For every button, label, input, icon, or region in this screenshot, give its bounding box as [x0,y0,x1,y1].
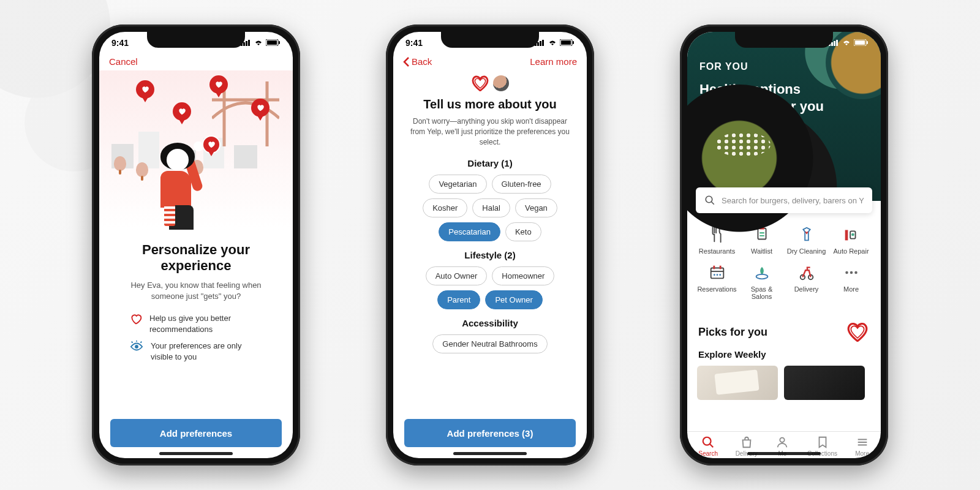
preference-chip[interactable]: Halal [472,198,510,217]
home-indicator[interactable] [159,452,233,455]
notch [441,32,539,48]
tab-label: Search [698,450,718,457]
chevron-left-icon [403,57,409,67]
screen-home: FOR YOU Healthy options handpicked for y… [687,32,881,458]
svg-point-27 [851,233,854,236]
wifi-icon [842,38,851,48]
preference-chip[interactable]: Parent [437,290,480,309]
category-item[interactable]: More [830,262,872,300]
explore-heading: Explore Weekly [687,344,881,363]
svg-rect-10 [540,41,541,46]
collection-card[interactable] [784,366,865,400]
map-pin-heart-icon [173,102,191,121]
svg-rect-30 [719,266,721,270]
learn-more-button[interactable]: Learn more [530,56,577,67]
screen-personalize: 9:41 Cancel [99,32,293,458]
tab-more[interactable]: More [855,435,870,457]
wifi-icon [548,38,557,48]
picks-header: Picks for you [687,307,881,344]
preference-section-label: Dietary (1) [407,158,573,168]
category-item[interactable]: Spas & Salons [741,262,783,300]
hero-banner: FOR YOU Healthy options handpicked for y… [687,32,881,201]
svg-point-7 [135,345,138,349]
category-label: Waitlist [741,247,783,255]
more-icon [841,262,862,283]
notch [735,32,833,48]
svg-rect-6 [279,41,280,44]
home-indicator[interactable] [747,452,821,455]
svg-point-37 [845,271,848,274]
heart-logo-icon [471,75,489,91]
search-bar[interactable] [696,187,872,213]
nav-bar: Back Learn more [393,54,587,70]
page-subtitle: Hey Eva, you know that feeling when some… [116,280,276,302]
preference-chip[interactable]: Keto [505,222,541,241]
nav-bar: Cancel [99,54,293,70]
heart-outline-icon [130,313,142,325]
svg-point-32 [716,274,718,276]
delivery-icon [796,262,817,283]
preference-chip[interactable]: Pet Owner [485,290,542,309]
svg-rect-18 [836,40,838,46]
status-icons [241,38,281,48]
svg-point-31 [713,274,715,276]
map-pin-heart-icon [251,99,270,117]
phone-mockup-1: 9:41 Cancel [92,24,300,466]
back-button[interactable]: Back [403,56,432,67]
preference-chip[interactable]: Gender Neutral Bathrooms [432,334,547,353]
svg-rect-28 [710,268,723,279]
svg-rect-11 [542,40,544,46]
svg-point-34 [756,274,767,279]
category-item[interactable]: Delivery [785,262,827,300]
page-title: Personalize your experience [116,242,276,274]
preference-chip[interactable]: Pescatarian [439,222,500,241]
svg-rect-9 [537,42,539,46]
svg-point-40 [703,437,711,445]
user-icon [775,435,790,449]
search-input[interactable] [722,196,864,205]
page-title: Tell us more about you [407,97,573,111]
category-label: Delivery [785,285,827,293]
category-item[interactable]: Auto Repair [830,224,872,255]
notch [147,32,245,48]
city-illustration [99,70,293,230]
svg-rect-25 [845,230,848,241]
person-illustration [142,143,216,230]
preference-chip[interactable]: Kosher [423,198,467,217]
eye-icon [130,341,143,353]
preference-section-label: Lifestyle (2) [407,250,573,260]
spas-icon [752,262,772,283]
autorepair-icon [841,224,862,245]
preference-chip[interactable]: Auto Owner [426,266,488,285]
status-icons [535,38,575,48]
tab-search[interactable]: Search [698,435,718,457]
battery-icon [266,38,281,48]
add-preferences-button[interactable]: Add preferences [110,419,282,447]
add-preferences-button[interactable]: Add preferences (3) [404,419,576,447]
category-label: More [830,285,872,293]
avatar-icon [493,75,509,91]
collection-card[interactable] [697,366,778,400]
cancel-button[interactable]: Cancel [109,56,138,67]
category-item[interactable]: Dry Cleaning [785,224,827,255]
category-item[interactable]: Reservations [696,262,738,300]
battery-icon [560,38,575,48]
back-label: Back [412,56,432,67]
preference-chip[interactable]: Vegan [515,198,557,217]
benefit-text: Help us give you better recommendations [149,313,262,334]
preference-chip[interactable]: Homeowner [492,266,554,285]
preference-chip[interactable]: Vegetarian [429,175,486,194]
benefit-row: Help us give you better recommendations [130,313,262,334]
svg-point-38 [850,271,853,274]
search-icon [701,435,715,449]
tab-label: More [855,450,870,457]
svg-rect-16 [831,42,833,46]
svg-rect-3 [248,40,250,46]
category-label: Auto Repair [830,247,872,255]
battery-icon [854,38,869,48]
home-indicator[interactable] [453,452,527,455]
chip-row: VegetarianGluten-freeKosherHalalVeganPes… [407,175,573,241]
svg-rect-1 [243,42,245,46]
chip-row: Auto OwnerHomeownerParentPet Owner [407,266,573,309]
preference-chip[interactable]: Gluten-free [492,175,551,194]
